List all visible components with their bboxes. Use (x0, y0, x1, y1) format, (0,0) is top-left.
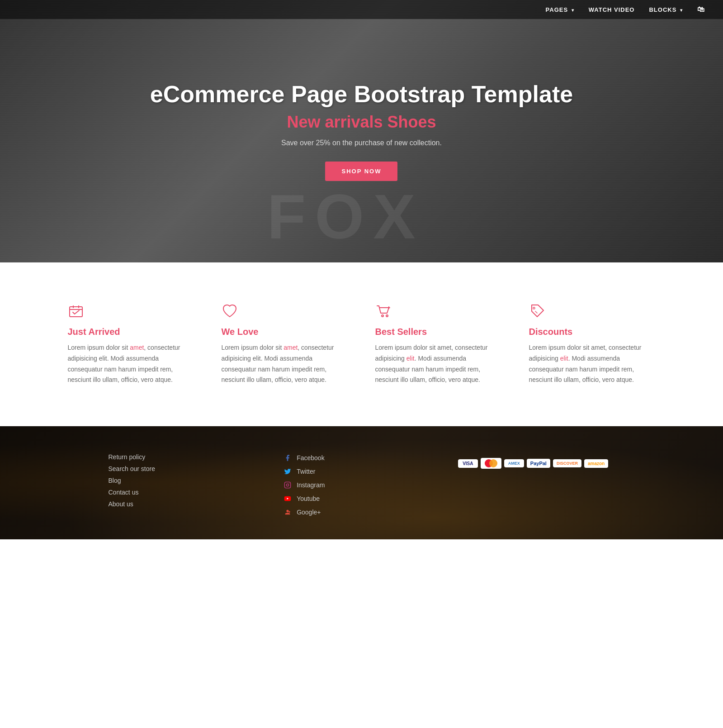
features-section: Just Arrived Lorem ipsum dolor sit amet,… (0, 262, 723, 426)
footer-inner: Return policy Search our store Blog Cont… (90, 453, 633, 521)
feature-just-arrived-text: Lorem ipsum dolor sit amet, consectetur … (68, 343, 194, 385)
instagram-icon (283, 481, 292, 490)
svg-point-2 (386, 315, 388, 317)
arrived-icon (68, 303, 194, 319)
hero-subtitle: New arrivals Shoes (150, 113, 573, 132)
footer-social-youtube[interactable]: Youtube (283, 494, 440, 503)
svg-point-9 (489, 459, 497, 467)
nav-watch-video[interactable]: WATCH VIDEO (589, 6, 635, 13)
svg-point-1 (382, 315, 383, 317)
payment-discover: DISCOVER (553, 459, 581, 467)
tag-icon (529, 303, 656, 319)
facebook-icon (283, 453, 292, 462)
payment-visa: VISA (458, 459, 478, 468)
cart-icon: 🛍 (697, 5, 705, 13)
hero-title: eCommerce Page Bootstrap Template (150, 81, 573, 107)
feature-we-love: We Love Lorem ipsum dolor sit amet, cons… (208, 294, 362, 395)
payment-amex: AMEX (504, 459, 524, 467)
footer-link-search-store[interactable]: Search our store (109, 465, 265, 472)
nav-blocks[interactable]: BLOCKS ▾ (649, 6, 683, 13)
svg-point-6 (289, 483, 289, 484)
footer-social-facebook[interactable]: Facebook (283, 453, 440, 462)
payment-paypal: PayPal (527, 459, 550, 468)
hero-description: Save over 25% on the purchase of new col… (150, 139, 573, 147)
footer-links-col: Return policy Search our store Blog Cont… (109, 453, 265, 512)
footer-social-col: Facebook Twitter Instagram Youtube (283, 453, 440, 521)
googleplus-icon (283, 508, 292, 517)
heart-icon (222, 303, 348, 319)
nav-pages[interactable]: PAGES ▾ (546, 6, 574, 13)
footer-link-contact-us[interactable]: Contact us (109, 489, 265, 496)
footer-social-twitter[interactable]: Twitter (283, 467, 440, 476)
feature-discounts-title: Discounts (529, 327, 656, 337)
footer-payments-col: VISA AMEX PayPal DISCOVER amazon (458, 453, 615, 469)
twitter-icon (283, 467, 292, 476)
cart-button[interactable]: 🛍 (697, 5, 705, 14)
payment-amazon: amazon (584, 459, 608, 468)
footer-social-instagram[interactable]: Instagram (283, 481, 440, 490)
footer-link-return-policy[interactable]: Return policy (109, 453, 265, 461)
feature-just-arrived: Just Arrived Lorem ipsum dolor sit amet,… (54, 294, 208, 395)
pages-chevron-icon: ▾ (572, 8, 574, 13)
footer: Return policy Search our store Blog Cont… (0, 426, 723, 539)
feature-we-love-text: Lorem ipsum dolor sit amet, consectetur … (222, 343, 348, 385)
feature-discounts-text: Lorem ipsum dolor sit amet, consectetur … (529, 343, 656, 385)
svg-point-3 (533, 307, 535, 309)
top-nav: PAGES ▾ WATCH VIDEO BLOCKS ▾ 🛍 (0, 0, 723, 19)
features-grid: Just Arrived Lorem ipsum dolor sit amet,… (45, 294, 678, 395)
feature-best-sellers-text: Lorem ipsum dolor sit amet, consectetur … (375, 343, 502, 385)
svg-point-5 (286, 484, 288, 486)
cart-icon-feature (375, 303, 502, 319)
feature-discounts: Discounts Lorem ipsum dolor sit amet, co… (515, 294, 669, 395)
feature-best-sellers-title: Best Sellers (375, 327, 502, 337)
feature-we-love-title: We Love (222, 327, 348, 337)
feature-best-sellers: Best Sellers Lorem ipsum dolor sit amet,… (362, 294, 515, 395)
footer-link-about-us[interactable]: About us (109, 500, 265, 508)
hero-section: FOX eCommerce Page Bootstrap Template Ne… (0, 0, 723, 262)
blocks-chevron-icon: ▾ (680, 8, 683, 13)
hero-content: eCommerce Page Bootstrap Template New ar… (150, 81, 573, 181)
footer-link-blog[interactable]: Blog (109, 477, 265, 484)
youtube-icon (283, 494, 292, 503)
svg-rect-0 (70, 307, 82, 317)
payment-mastercard (481, 458, 501, 469)
feature-just-arrived-title: Just Arrived (68, 327, 194, 337)
svg-rect-4 (284, 482, 290, 488)
payment-badges: VISA AMEX PayPal DISCOVER amazon (458, 458, 615, 469)
footer-social-googleplus[interactable]: Google+ (283, 508, 440, 517)
shop-now-button[interactable]: SHOP NOW (325, 162, 397, 181)
